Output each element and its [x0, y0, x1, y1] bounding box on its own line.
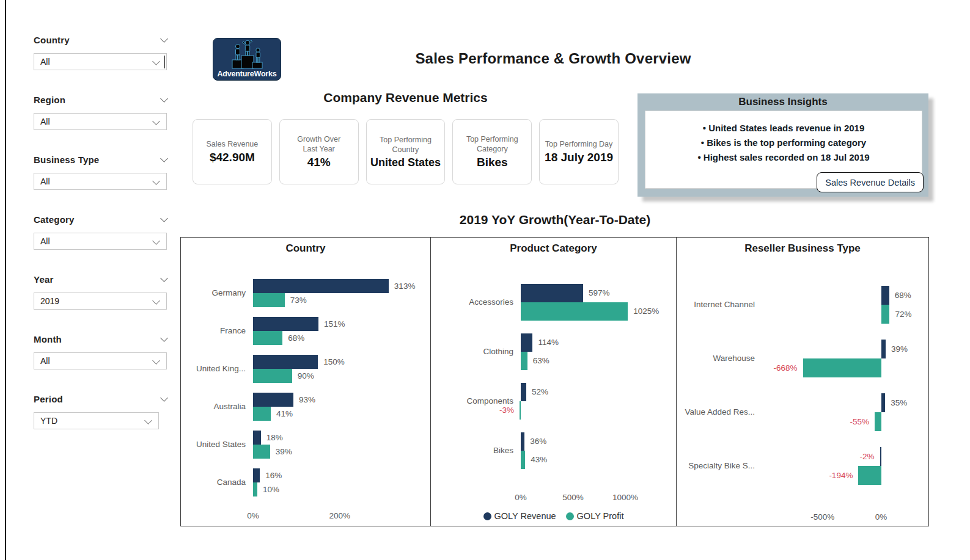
x-axis-tick-label: 1000% [601, 493, 650, 502]
year-select[interactable]: 2019 [34, 293, 167, 310]
bar-goly-revenue[interactable] [253, 279, 389, 293]
value-label: 10% [263, 484, 279, 495]
bar-goly-profit[interactable] [858, 466, 881, 485]
filter-label: Period [34, 394, 63, 404]
value-label: -2% [832, 451, 875, 462]
filter-label: Country [34, 35, 70, 45]
chevron-down-icon[interactable] [160, 35, 168, 43]
bar-goly-revenue[interactable] [253, 355, 318, 369]
bar-goly-revenue[interactable] [253, 431, 261, 445]
chart-title: Product Category [431, 242, 676, 255]
bar-goly-revenue[interactable] [880, 447, 881, 466]
filter-group-period: Period YTD [34, 393, 167, 429]
region-select[interactable]: All [34, 113, 167, 130]
bar-goly-profit[interactable] [253, 369, 292, 383]
value-label: 39% [891, 344, 908, 355]
kpi-value: Bikes [477, 156, 508, 169]
category-select-value: All [40, 236, 50, 246]
chevron-down-icon[interactable] [160, 155, 168, 162]
bar-goly-profit[interactable] [521, 302, 628, 321]
kpi-card-top-country: Top Performing Country United States [366, 119, 446, 184]
bar-goly-profit[interactable] [521, 352, 527, 370]
chart-legend: GOLY RevenueGOLY Profit [431, 511, 676, 521]
chevron-down-icon [152, 297, 160, 305]
kpi-value: United States [370, 156, 441, 169]
x-axis-tick-label: -500% [798, 512, 847, 522]
period-select[interactable]: YTD [34, 412, 159, 429]
chevron-down-icon[interactable] [160, 334, 168, 342]
country-select[interactable]: All [34, 53, 167, 70]
sales-revenue-details-button[interactable]: Sales Revenue Details [817, 172, 924, 192]
filter-group-region: Region All [34, 93, 167, 130]
value-label: 1025% [633, 306, 659, 317]
value-label: 68% [895, 290, 911, 301]
value-label: 313% [394, 281, 416, 292]
business-type-select[interactable]: All [34, 173, 167, 190]
kpi-label: Sales Revenue [207, 139, 259, 149]
product-category-bar-chart: Accessories597%1025%Clothing114%63%Compo… [431, 238, 676, 526]
x-axis-tick-label: 500% [548, 493, 597, 502]
bar-goly-profit[interactable] [521, 451, 525, 469]
bar-goly-revenue[interactable] [253, 468, 260, 482]
insight-bullet: • Highest sales recorded on 18 Jul 2019 [645, 150, 922, 165]
chevron-down-icon [152, 237, 160, 245]
legend-item[interactable]: GOLY Revenue [483, 511, 556, 521]
kpi-label: Top Performing Country [377, 135, 433, 155]
legend-label: GOLY Revenue [494, 511, 556, 521]
chevron-down-icon [144, 416, 152, 424]
bar-goly-revenue[interactable] [881, 286, 889, 305]
value-label: 597% [589, 288, 610, 299]
chart-panel-product-category: Product Category Accessories597%1025%Clo… [430, 237, 677, 526]
bar-goly-profit[interactable] [253, 445, 270, 459]
bar-goly-revenue[interactable] [253, 317, 318, 331]
category-label: Germany [181, 279, 253, 307]
bar-goly-revenue[interactable] [521, 284, 583, 302]
region-select-value: All [40, 117, 50, 126]
bar-goly-profit[interactable] [253, 293, 285, 307]
business-insights-box: Business Insights • United States leads … [637, 93, 928, 197]
bar-goly-revenue[interactable] [521, 333, 532, 352]
chevron-down-icon[interactable] [160, 95, 168, 103]
month-select[interactable]: All [34, 352, 167, 369]
filter-group-country: Country All [34, 34, 167, 70]
bar-goly-profit[interactable] [253, 331, 282, 345]
legend-item[interactable]: GOLY Profit [566, 511, 624, 521]
chart-panel-reseller-business-type: Reseller Business Type Internet Channel6… [676, 237, 929, 526]
bar-goly-revenue[interactable] [253, 393, 293, 407]
chevron-down-icon[interactable] [160, 274, 168, 282]
bar-goly-profit[interactable] [253, 407, 271, 421]
category-label: Canada [181, 468, 253, 496]
kpi-card-growth: Growth Over Last Year 41% [279, 119, 359, 184]
bar-goly-profit[interactable] [881, 305, 890, 324]
value-label: 63% [533, 355, 549, 366]
filter-group-category: Category All [34, 213, 167, 250]
category-select[interactable]: All [34, 233, 167, 250]
kpi-label: Top Performing Day [545, 139, 612, 149]
kpi-value: 41% [307, 156, 331, 169]
category-label: Clothing [431, 333, 521, 370]
filter-label: Category [34, 214, 75, 225]
legend-dot-icon [483, 512, 491, 520]
bar-goly-profit[interactable] [875, 412, 881, 431]
chevron-down-icon[interactable] [160, 394, 168, 402]
bar-goly-revenue[interactable] [521, 432, 524, 451]
value-label: 68% [288, 333, 304, 344]
adventureworks-logo: AdventureWorks [213, 38, 281, 81]
legend-dot-icon [566, 512, 574, 520]
bar-goly-revenue[interactable] [881, 393, 886, 412]
bar-goly-profit[interactable] [253, 482, 257, 496]
chart-title: Reseller Business Type [677, 242, 928, 255]
bar-goly-profit[interactable] [803, 358, 881, 377]
kpi-label: Top Performing Category [464, 134, 520, 154]
filter-group-year: Year 2019 [34, 273, 167, 310]
bar-goly-revenue[interactable] [881, 340, 886, 358]
podium-icon [218, 39, 276, 70]
x-axis-tick-label: 0% [496, 493, 545, 502]
bar-goly-profit[interactable] [520, 401, 521, 420]
country-select-value: All [40, 57, 50, 67]
chevron-down-icon[interactable] [160, 214, 168, 222]
category-label: France [181, 317, 253, 345]
value-label: 93% [299, 395, 315, 405]
chevron-down-icon [152, 177, 160, 185]
bar-goly-revenue[interactable] [521, 383, 526, 401]
